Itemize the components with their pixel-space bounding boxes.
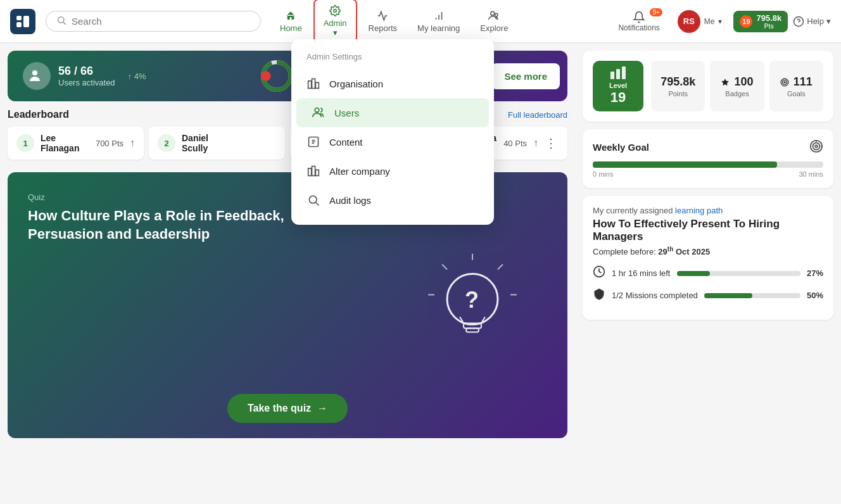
- svg-rect-0: [16, 16, 22, 20]
- badges-cell-val: 100: [721, 75, 753, 89]
- svg-point-6: [491, 11, 495, 15]
- nav-item-explore[interactable]: Explore: [471, 5, 517, 38]
- users-label: Users: [334, 108, 359, 118]
- svg-point-3: [58, 17, 64, 23]
- leaderboard-row: 2 DanielScully: [149, 127, 285, 160]
- lp-progress-row-2: 1/2 Missions completed 50%: [593, 287, 823, 303]
- svg-line-18: [316, 203, 319, 206]
- level-badge: 19: [740, 15, 752, 28]
- lb-pts-1: 700 Pts: [96, 139, 123, 148]
- dropdown-item-content[interactable]: Content: [291, 127, 494, 156]
- points-value: 795.8k: [756, 13, 781, 23]
- svg-point-42: [813, 143, 820, 150]
- app-logo[interactable]: [10, 9, 35, 34]
- svg-rect-35: [610, 72, 614, 79]
- svg-point-43: [815, 145, 818, 148]
- see-more-button[interactable]: See more: [491, 63, 560, 89]
- svg-rect-16: [315, 170, 319, 175]
- search-icon: [56, 15, 66, 27]
- svg-rect-10: [312, 79, 315, 89]
- dropdown-item-users[interactable]: Users: [296, 98, 489, 127]
- dropdown-item-organisation[interactable]: Organisation: [291, 69, 494, 98]
- audit-logs-icon: [307, 193, 320, 207]
- nav-item-my-learning[interactable]: My learning: [408, 5, 469, 38]
- level-badge-card: Level 19: [593, 61, 643, 111]
- arrow-right-icon: →: [317, 403, 327, 414]
- svg-line-4: [63, 22, 66, 25]
- svg-rect-36: [616, 69, 620, 79]
- nav-right: 9+ Notifications RS Me ▾ 19 795.8k Pts H: [612, 6, 831, 37]
- lp-progress-bar-bg-2: [704, 293, 800, 298]
- weekly-goal-title: Weekly Goal: [593, 142, 649, 153]
- nav-item-reports[interactable]: Reports: [360, 5, 407, 38]
- svg-rect-2: [23, 16, 29, 27]
- lp-progress-bar-fill-1: [677, 271, 711, 276]
- users-avatar: [23, 62, 51, 90]
- users-icon: [312, 106, 326, 120]
- points-stat-cell: 795.8k Points: [651, 61, 705, 111]
- weekly-goal-icon: [809, 139, 823, 155]
- points-cell-val: 795.8k: [661, 75, 695, 89]
- happy-pie-chart: [261, 60, 293, 92]
- learning-path-card: My currently assigned learning path How …: [583, 196, 833, 320]
- full-leaderboard-link[interactable]: Full leaderboard: [508, 110, 567, 120]
- lb-pts-4: 40 Pts: [503, 139, 527, 148]
- alter-company-label: Alter company: [329, 166, 390, 177]
- admin-dropdown: Admin Settings Organisation Users Conten…: [291, 39, 494, 225]
- svg-rect-37: [622, 66, 626, 79]
- nav-item-home[interactable]: Home: [271, 5, 311, 38]
- nav-item-admin[interactable]: Admin ▾: [313, 0, 357, 44]
- svg-text:?: ?: [465, 287, 479, 313]
- help-button[interactable]: Help ▾: [793, 16, 831, 27]
- points-button[interactable]: 19 795.8k Pts: [733, 11, 788, 32]
- audit-logs-label: Audit logs: [329, 195, 371, 206]
- goals-cell-lbl: Goals: [787, 90, 806, 98]
- search-bar[interactable]: [46, 11, 261, 32]
- svg-point-39: [782, 80, 787, 84]
- lp-due: Complete before: 29th Oct 2025: [593, 246, 823, 256]
- progress-min-end: 30 mins: [799, 170, 823, 178]
- svg-point-20: [32, 70, 37, 75]
- lb-arrow-4: ↑: [533, 137, 538, 149]
- svg-point-17: [309, 196, 317, 203]
- svg-line-27: [442, 265, 447, 270]
- me-button[interactable]: RS Me ▾: [671, 6, 729, 37]
- badges-cell-lbl: Badges: [725, 90, 749, 98]
- search-input[interactable]: [72, 16, 250, 27]
- content-icon: [307, 135, 320, 149]
- badges-stat-cell: 100 Badges: [710, 61, 764, 111]
- shield-icon: [593, 287, 605, 303]
- take-quiz-button[interactable]: Take the quiz →: [227, 394, 348, 423]
- lp-pct-1: 27%: [807, 268, 823, 278]
- level-label: Level: [609, 82, 627, 89]
- weekly-goal-progress-fill: [593, 161, 777, 168]
- users-stat-trend: ↑ 4%: [128, 72, 146, 81]
- svg-rect-32: [466, 329, 479, 332]
- users-stat-value: 56 / 66: [58, 65, 115, 78]
- svg-rect-9: [308, 81, 312, 89]
- rank-2: 2: [158, 134, 175, 152]
- notification-badge: 9+: [650, 8, 662, 16]
- dropdown-item-audit-logs[interactable]: Audit logs: [291, 186, 494, 215]
- nav-items: Home Admin ▾ Reports My learning: [271, 0, 612, 44]
- dropdown-item-alter-company[interactable]: Alter company: [291, 156, 494, 186]
- progress-min-start: 0 mins: [593, 170, 613, 178]
- lb-more-button[interactable]: ⋮: [545, 135, 559, 151]
- points-cell-lbl: Points: [668, 90, 688, 98]
- organisation-label: Organisation: [329, 79, 383, 89]
- svg-point-7: [495, 13, 498, 16]
- lb-name-2: DanielScully: [182, 133, 270, 153]
- lp-progress-label-1: 1 hr 16 mins left: [612, 268, 671, 278]
- lp-subtitle: My currently assigned: [593, 206, 673, 215]
- lp-link[interactable]: learning path: [675, 206, 723, 215]
- lp-pct-2: 50%: [807, 291, 823, 300]
- weekly-goal-card: Weekly Goal 0 mins 30 mins: [583, 129, 833, 188]
- svg-point-12: [315, 108, 319, 113]
- notifications-button[interactable]: 9+ Notifications: [612, 7, 666, 36]
- lb-name-1: LeeFlanagan: [41, 133, 89, 153]
- users-stat-label: Users activated: [58, 78, 115, 87]
- goals-cell-val: 111: [780, 75, 813, 89]
- points-label: Pts: [756, 23, 781, 30]
- level-card: Level 19 795.8k Points 100 Badges: [583, 51, 833, 122]
- quiz-illustration: ?: [428, 254, 517, 357]
